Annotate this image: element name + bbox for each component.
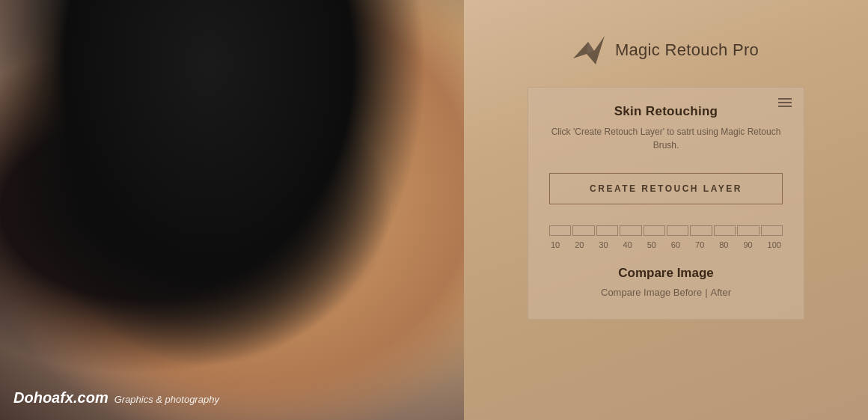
slider-labels: 10 20 30 40 50 60 70 80 90 100 <box>549 240 783 249</box>
compare-links: Compare Image Before|After <box>549 287 783 298</box>
retouch-card: Skin Retouching Click 'Create Retouch La… <box>528 87 804 320</box>
slider-label-40: 40 <box>623 240 632 249</box>
compare-title: Compare Image <box>549 266 783 281</box>
slider-track <box>549 225 783 236</box>
create-retouch-layer-button[interactable]: CREATE RETOUCH LAYER <box>549 173 783 204</box>
watermark-tagline: Graphics & photography <box>114 394 219 405</box>
slider-segment-8 <box>714 225 736 236</box>
slider-segment-10 <box>761 225 783 236</box>
card-subtitle: Click 'Create Retouch Layer' to satrt us… <box>549 125 783 152</box>
slider-label-90: 90 <box>743 240 752 249</box>
card-title: Skin Retouching <box>549 104 783 119</box>
portrait-image <box>0 0 464 420</box>
slider-segment-1 <box>549 225 571 236</box>
compare-after-link[interactable]: After <box>711 287 731 298</box>
watermark: Dohoafx.com Graphics & photography <box>13 389 219 407</box>
compare-separator: | <box>705 287 707 298</box>
slider-label-20: 20 <box>575 240 584 249</box>
slider-label-50: 50 <box>647 240 656 249</box>
right-panel: Magic Retouch Pro Skin Retouching Click … <box>464 0 868 420</box>
slider-label-80: 80 <box>719 240 728 249</box>
slider-segment-9 <box>737 225 759 236</box>
slider-label-100: 100 <box>768 240 781 249</box>
slider-segment-5 <box>644 225 665 236</box>
slider-segment-4 <box>620 225 641 236</box>
hamburger-menu-icon[interactable] <box>778 98 792 107</box>
slider-segment-7 <box>690 225 712 236</box>
logo-text: Magic Retouch Pro <box>615 40 759 60</box>
slider-label-60: 60 <box>671 240 680 249</box>
bird-logo-icon <box>573 36 605 64</box>
slider-segment-6 <box>667 225 688 236</box>
slider-area[interactable]: 10 20 30 40 50 60 70 80 90 100 <box>549 225 783 249</box>
photo-panel: Dohoafx.com Graphics & photography <box>0 0 464 420</box>
slider-label-30: 30 <box>599 240 608 249</box>
slider-segment-3 <box>596 225 618 236</box>
logo-area: Magic Retouch Pro <box>573 36 759 64</box>
slider-label-70: 70 <box>695 240 704 249</box>
slider-label-10: 10 <box>551 240 560 249</box>
compare-before-link[interactable]: Compare Image Before <box>601 287 702 298</box>
watermark-site: Dohoafx.com <box>13 389 109 407</box>
slider-segment-2 <box>572 225 594 236</box>
